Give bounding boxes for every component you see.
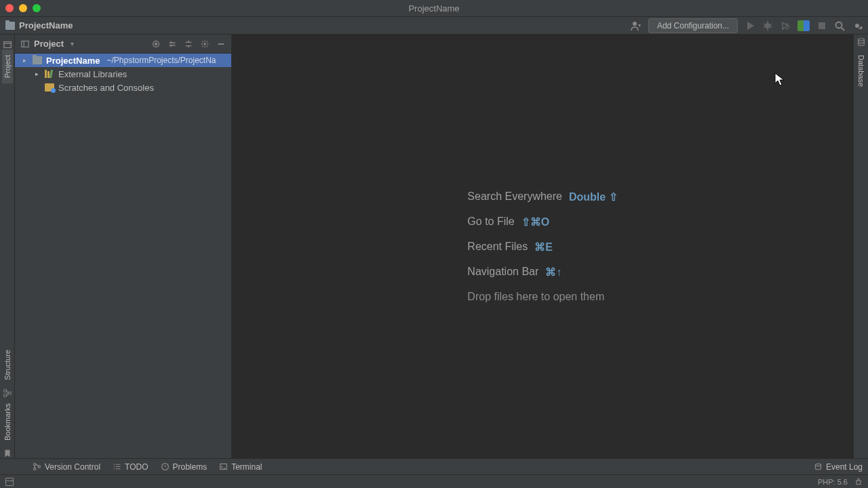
svg-point-4: [836, 22, 842, 28]
svg-point-2: [765, 23, 770, 28]
code-with-me-icon[interactable]: ▾: [631, 20, 642, 31]
scratches-icon: [45, 83, 54, 92]
add-configuration-button[interactable]: Add Configuration...: [648, 18, 738, 33]
project-view-selector[interactable]: Project: [34, 39, 64, 49]
hint-recent-files: Recent Files ⌘E: [467, 241, 617, 253]
svg-point-15: [34, 468, 36, 470]
select-opened-file-icon[interactable]: [151, 39, 161, 49]
left-tab-project[interactable]: Project: [2, 49, 13, 83]
stop-icon[interactable]: [816, 20, 827, 31]
library-icon: [45, 70, 54, 78]
left-tab-structure[interactable]: Structure: [2, 344, 13, 386]
right-tab-database[interactable]: Database: [856, 49, 867, 92]
svg-point-0: [633, 22, 637, 26]
hint-search-everywhere: Search Everywhere Double ⇧: [467, 190, 617, 203]
folder-icon: [5, 22, 15, 30]
status-bar: PHP: 5.6: [0, 474, 868, 488]
svg-rect-6: [3, 390, 6, 392]
svg-rect-20: [856, 481, 861, 484]
tree-external-libraries[interactable]: ▸ External Libraries: [15, 67, 231, 81]
svg-text:▾: ▾: [638, 22, 641, 28]
title-bar: ProjectName: [0, 0, 868, 17]
project-strip-icon: [3, 40, 12, 49]
window-controls: [5, 4, 41, 12]
svg-point-11: [155, 43, 157, 45]
left-tab-bookmarks[interactable]: Bookmarks: [2, 398, 13, 446]
run-with-coverage-icon[interactable]: [780, 20, 791, 31]
svg-point-13: [858, 39, 864, 41]
bookmark-strip-icon: [3, 449, 12, 458]
search-icon[interactable]: [834, 20, 845, 31]
tree-root-row[interactable]: ▸ ProjectName ~/PhpstormProjects/Project…: [15, 54, 231, 67]
tree-item-label: External Libraries: [58, 69, 127, 79]
svg-point-12: [203, 43, 206, 45]
breadcrumb[interactable]: ProjectName: [5, 20, 73, 30]
folder-icon: [33, 56, 42, 64]
project-tool-window: Project ▾ ▸ ProjectName ~/PhpstormProjec…: [15, 35, 232, 458]
breadcrumb-project: ProjectName: [19, 20, 73, 30]
project-tree: ▸ ProjectName ~/PhpstormProjects/Project…: [15, 54, 231, 94]
tree-root-path: ~/PhpstormProjects/ProjectNa: [106, 56, 216, 65]
svg-rect-9: [22, 41, 29, 47]
window-title: ProjectName: [408, 3, 459, 14]
tree-root-name: ProjectName: [46, 56, 100, 66]
settings-gear-icon[interactable]: [200, 39, 210, 49]
project-tool-header: Project ▾: [15, 35, 231, 54]
svg-rect-3: [818, 22, 825, 29]
tree-item-label: Scratches and Consoles: [58, 83, 154, 93]
minimize-window-button[interactable]: [19, 4, 27, 12]
debug-icon[interactable]: [762, 20, 773, 31]
svg-rect-8: [8, 392, 11, 394]
database-strip-icon: [856, 37, 866, 47]
editor-empty-state[interactable]: Search Everywhere Double ⇧ Go to File ⇧⌘…: [232, 35, 853, 458]
svg-point-19: [815, 464, 821, 466]
status-lock-icon[interactable]: [854, 477, 863, 487]
bottom-tab-terminal[interactable]: Terminal: [219, 462, 262, 472]
gear-icon[interactable]: [852, 20, 863, 31]
bottom-tab-todo[interactable]: TODO: [113, 462, 148, 472]
close-window-button[interactable]: [5, 4, 14, 12]
bottom-tab-event-log[interactable]: Event Log: [814, 462, 863, 472]
hide-icon[interactable]: [216, 39, 226, 49]
hint-drop-files: Drop files here to open them: [467, 291, 617, 303]
cursor-icon: [774, 73, 785, 86]
bottom-tool-strip: Version Control TODO Problems Terminal E…: [0, 458, 868, 474]
chevron-down-icon: ▾: [71, 40, 74, 47]
hint-goto-file: Go to File ⇧⌘O: [467, 216, 617, 228]
status-php-version[interactable]: PHP: 5.6: [818, 478, 848, 486]
tool-windows-icon[interactable]: [5, 478, 14, 486]
left-tool-strip: Project Structure Bookmarks: [0, 35, 15, 458]
navigation-bar: ProjectName ▾ Add Configuration...: [0, 17, 868, 35]
structure-strip-icon: [3, 388, 12, 398]
svg-rect-7: [3, 394, 6, 397]
run-icon[interactable]: [745, 20, 755, 31]
collapse-all-icon[interactable]: [184, 39, 193, 49]
expand-all-icon[interactable]: [167, 39, 177, 49]
chevron-right-icon: ▸: [35, 70, 41, 77]
tree-scratches[interactable]: Scratches and Consoles: [15, 81, 231, 94]
hint-nav-bar: Navigation Bar ⌘↑: [467, 266, 617, 279]
chevron-right-icon: ▸: [23, 57, 28, 64]
svg-rect-5: [3, 42, 11, 48]
maximize-window-button[interactable]: [33, 4, 41, 12]
right-tool-strip: Database: [853, 35, 868, 458]
profiler-icon[interactable]: [797, 20, 810, 31]
svg-point-14: [34, 464, 36, 466]
project-view-icon: [20, 39, 30, 49]
editor-hints: Search Everywhere Double ⇧ Go to File ⇧⌘…: [467, 190, 617, 303]
bottom-tab-version-control[interactable]: Version Control: [33, 462, 100, 472]
bottom-tab-problems[interactable]: Problems: [161, 462, 208, 472]
